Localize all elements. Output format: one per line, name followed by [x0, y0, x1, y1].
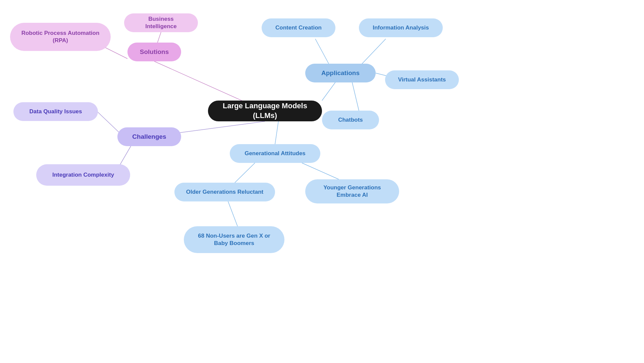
content-creation-node: Content Creation [262, 18, 335, 37]
svg-line-2 [104, 47, 127, 59]
generational-attitudes-node: Generational Attitudes [230, 144, 320, 163]
svg-line-13 [302, 163, 339, 179]
integration-complexity-node: Integration Complexity [36, 164, 130, 186]
virtual-assistants-node: Virtual Assistants [385, 70, 459, 89]
business-intelligence-node: Business Intelligence [124, 13, 198, 32]
solutions-node: Solutions [127, 43, 181, 61]
svg-line-11 [275, 121, 278, 144]
svg-line-14 [228, 201, 238, 228]
svg-line-10 [352, 82, 359, 111]
svg-line-8 [359, 39, 386, 67]
svg-line-12 [235, 163, 255, 183]
chatbots-node: Chatbots [322, 111, 379, 129]
younger-generations-node: Younger Generations Embrace AI [305, 179, 399, 203]
applications-node: Applications [305, 64, 376, 82]
center-node: Large Language Models (LLMs) [208, 101, 322, 121]
older-generations-node: Older Generations Reluctant [174, 183, 275, 201]
non-users-node: 68 Non-Users are Gen X or Baby Boomers [184, 226, 284, 253]
svg-line-7 [315, 39, 329, 64]
challenges-node: Challenges [117, 127, 181, 146]
data-quality-node: Data Quality Issues [13, 102, 98, 121]
rpa-node: Robotic Process Automation (RPA) [10, 23, 111, 51]
svg-line-4 [97, 112, 119, 132]
information-analysis-node: Information Analysis [359, 18, 443, 37]
